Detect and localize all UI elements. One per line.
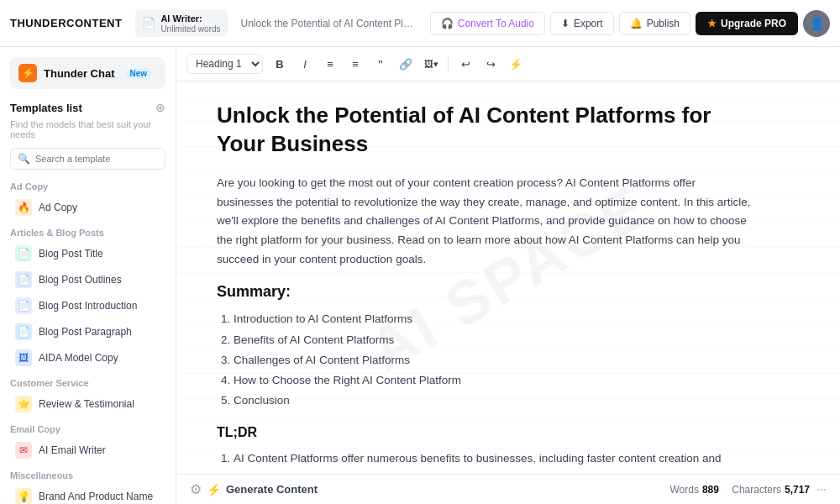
thunder-chat-icon: ⚡ bbox=[18, 64, 37, 82]
tldr-list: AI Content Platforms offer numerous bene… bbox=[234, 449, 754, 474]
sidebar-item-label-blog-post-paragraph: Blog Post Paragraph bbox=[39, 326, 132, 338]
generate-content-button[interactable]: ⚡ Generate Content bbox=[207, 483, 318, 496]
editor-content[interactable]: AI SPACE Unlock the Potential of AI Cont… bbox=[176, 81, 840, 474]
list-item: How to Choose the Right AI Content Platf… bbox=[234, 370, 754, 391]
link-button[interactable]: 🔗 bbox=[394, 52, 417, 76]
category-miscellaneous: Miscellaneous 💡 Brand And Product Name bbox=[10, 469, 165, 504]
list-item: Conclusion bbox=[234, 391, 754, 411]
publish-icon: 🔔 bbox=[630, 18, 643, 29]
ai-writer-sublabel: Unlimited words bbox=[160, 24, 220, 34]
templates-subtitle: Find the models that best suit your need… bbox=[10, 119, 165, 139]
ai-writer-label: AI Writer: bbox=[160, 13, 220, 24]
blog-post-intro-icon: 📄 bbox=[15, 297, 32, 314]
sidebar-item-ad-copy[interactable]: 🔥 Ad Copy bbox=[10, 195, 165, 220]
templates-title: Templates list bbox=[10, 102, 82, 114]
category-email-copy: Email Copy ✉ AI Email Writer bbox=[10, 423, 165, 464]
sidebar: ⚡ Thunder Chat New Templates list ⊕ Find… bbox=[0, 47, 176, 504]
filter-icon[interactable]: ⚙ bbox=[190, 481, 202, 497]
convert-audio-button[interactable]: 🎧 Convert To Audio bbox=[430, 12, 545, 35]
sidebar-item-label-review-testimonial: Review & Testimonial bbox=[39, 398, 134, 410]
words-count: 889 bbox=[702, 484, 719, 496]
doc-icon: 📄 bbox=[142, 17, 155, 29]
words-label: Words bbox=[669, 484, 698, 496]
toolbar-separator bbox=[448, 55, 449, 72]
sidebar-item-label-blog-post-title: Blog Post Title bbox=[39, 248, 103, 260]
sidebar-item-blog-post-intro[interactable]: 📄 Blog Post Introduction bbox=[10, 293, 165, 318]
blog-post-paragraph-icon: 📄 bbox=[15, 323, 32, 340]
category-label-ad-copy: Ad Copy bbox=[10, 181, 165, 192]
user-avatar[interactable]: 👤 bbox=[803, 10, 830, 37]
italic-button[interactable]: I bbox=[293, 52, 317, 76]
editor-toolbar: Heading 1 Heading 2 Heading 3 Paragraph … bbox=[176, 47, 840, 81]
sidebar-item-label-ai-email-writer: AI Email Writer bbox=[39, 444, 106, 456]
generate-icon: ⚡ bbox=[207, 483, 221, 496]
image-button[interactable]: 🖼▾ bbox=[419, 52, 443, 76]
thunder-chat-label: Thunder Chat bbox=[44, 67, 115, 80]
sidebar-item-blog-post-title[interactable]: 📄 Blog Post Title bbox=[10, 241, 165, 266]
sidebar-item-label-blog-post-intro: Blog Post Introduction bbox=[39, 300, 137, 312]
export-button[interactable]: ⬇ Export bbox=[550, 12, 614, 35]
sidebar-item-label-brand-product-name: Brand And Product Name bbox=[39, 491, 153, 502]
chars-count: 5,717 bbox=[785, 484, 810, 496]
summary-list: Introduction to AI Content Platforms Ben… bbox=[234, 309, 754, 411]
new-badge: New bbox=[125, 68, 153, 79]
list-item: Introduction to AI Content Platforms bbox=[234, 309, 754, 329]
blockquote-button[interactable]: " bbox=[369, 52, 392, 76]
sidebar-item-label-aida-model: AIDA Model Copy bbox=[39, 352, 118, 364]
headphone-icon: 🎧 bbox=[441, 18, 454, 29]
category-label-articles: Articles & Blog Posts bbox=[10, 228, 165, 238]
tldr-heading: TL;DR bbox=[217, 425, 754, 440]
editor-area: Heading 1 Heading 2 Heading 3 Paragraph … bbox=[176, 47, 840, 504]
sidebar-item-blog-post-paragraph[interactable]: 📄 Blog Post Paragraph bbox=[10, 319, 165, 344]
category-ad-copy: Ad Copy 🔥 Ad Copy bbox=[10, 180, 165, 221]
sidebar-item-label-blog-post-outlines: Blog Post Outlines bbox=[39, 274, 122, 286]
brand-product-name-icon: 💡 bbox=[15, 488, 32, 504]
template-search-box: 🔍 bbox=[10, 148, 165, 170]
sidebar-item-blog-post-outlines[interactable]: 📄 Blog Post Outlines bbox=[10, 267, 165, 292]
aida-model-icon: 🖼 bbox=[15, 349, 32, 366]
main-layout: ⚡ Thunder Chat New Templates list ⊕ Find… bbox=[0, 47, 840, 504]
separator-dot-1: · bbox=[724, 484, 727, 496]
list-item: AI Content Platforms offer numerous bene… bbox=[234, 449, 754, 474]
more-options-icon[interactable]: ⋯ bbox=[816, 484, 827, 496]
list-item: Benefits of AI Content Platforms bbox=[234, 330, 754, 350]
export-icon: ⬇ bbox=[561, 18, 570, 29]
nav-actions: 🎧 Convert To Audio ⬇ Export 🔔 Publish ★ … bbox=[430, 10, 830, 37]
ai-writer-badge: 📄 AI Writer: Unlimited words bbox=[135, 10, 227, 37]
undo-button[interactable]: ↩ bbox=[454, 52, 477, 76]
thunder-chat-button[interactable]: ⚡ Thunder Chat New bbox=[10, 57, 165, 89]
search-icon: 🔍 bbox=[18, 153, 30, 165]
sidebar-item-brand-product-name[interactable]: 💡 Brand And Product Name bbox=[10, 484, 165, 504]
doc-title: Unlock the Potential of AI Content Platf… bbox=[234, 18, 423, 29]
sidebar-item-ai-email-writer[interactable]: ✉ AI Email Writer bbox=[10, 438, 165, 463]
sidebar-item-review-testimonial[interactable]: ⭐ Review & Testimonial bbox=[10, 391, 165, 417]
list-item: Challenges of AI Content Platforms bbox=[234, 350, 754, 370]
category-label-customer-service: Customer Service bbox=[10, 378, 165, 388]
category-label-email-copy: Email Copy bbox=[10, 424, 165, 434]
ordered-list-button[interactable]: ≡ bbox=[344, 52, 367, 76]
publish-button[interactable]: 🔔 Publish bbox=[619, 12, 690, 35]
article-title: Unlock the Potential of AI Content Platf… bbox=[217, 102, 754, 159]
category-articles: Articles & Blog Posts 📄 Blog Post Title … bbox=[10, 226, 165, 371]
heading-select[interactable]: Heading 1 Heading 2 Heading 3 Paragraph bbox=[186, 54, 263, 74]
templates-section-header: Templates list ⊕ bbox=[10, 101, 165, 114]
statusbar-right: Words 889 · Characters 5,717 ⋯ bbox=[669, 484, 827, 496]
topnav: THUNDERCONTENT 📄 AI Writer: Unlimited wo… bbox=[0, 0, 840, 47]
sidebar-item-aida-model[interactable]: 🖼 AIDA Model Copy bbox=[10, 345, 165, 370]
ai-email-writer-icon: ✉ bbox=[15, 442, 32, 459]
upgrade-pro-button[interactable]: ★ Upgrade PRO bbox=[696, 12, 798, 35]
category-customer-service: Customer Service ⭐ Review & Testimonial bbox=[10, 376, 165, 417]
summary-heading: Summary: bbox=[217, 283, 754, 301]
add-template-icon[interactable]: ⊕ bbox=[155, 101, 165, 114]
unordered-list-button[interactable]: ≡ bbox=[318, 52, 342, 76]
search-input[interactable] bbox=[35, 154, 158, 164]
ad-copy-icon: 🔥 bbox=[15, 199, 32, 216]
editor-body: Unlock the Potential of AI Content Platf… bbox=[217, 102, 754, 474]
chars-label: Characters bbox=[732, 484, 781, 496]
blog-post-outlines-icon: 📄 bbox=[15, 271, 32, 288]
redo-button[interactable]: ↪ bbox=[479, 52, 502, 76]
category-label-miscellaneous: Miscellaneous bbox=[10, 470, 165, 480]
lightning-button[interactable]: ⚡ bbox=[504, 52, 528, 76]
generate-content-label: Generate Content bbox=[226, 483, 318, 496]
bold-button[interactable]: B bbox=[268, 52, 291, 76]
